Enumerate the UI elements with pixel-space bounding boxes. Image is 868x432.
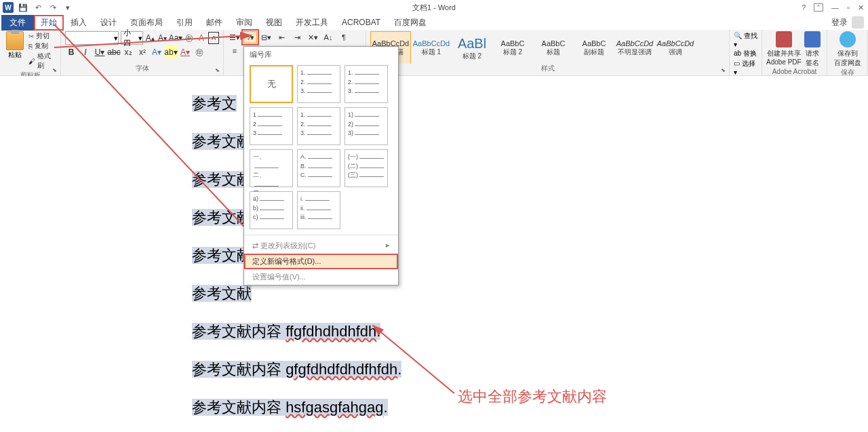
numbering-option[interactable]: 123	[250, 107, 293, 145]
highlight-button[interactable]: ab▾	[165, 46, 177, 58]
dialog-launcher-icon[interactable]: ⬊	[721, 67, 728, 74]
numbering-option[interactable]: (一)(二)(三)	[344, 149, 388, 187]
login-link[interactable]: 登录	[831, 17, 848, 28]
numbering-option-none[interactable]: 无	[250, 65, 293, 103]
group-label: Adobe Acrobat	[766, 68, 823, 76]
multilevel-button[interactable]: ⊟▾	[259, 31, 273, 43]
paste-icon[interactable]	[6, 31, 24, 50]
style-item[interactable]: AaBbCcDd不明显强调	[614, 31, 655, 64]
change-case-button[interactable]: Aa▾	[170, 32, 182, 44]
phonetic-button[interactable]: ㊥	[184, 32, 194, 44]
paste-button[interactable]: 粘贴	[8, 50, 22, 60]
tab-insert[interactable]: 插入	[64, 15, 94, 31]
annotation-text: 选中全部参考文献内容	[458, 387, 607, 407]
style-item[interactable]: AaBbCcDd强调	[655, 31, 696, 64]
tab-home[interactable]: 开始	[34, 15, 64, 31]
undo-icon[interactable]: ↶	[33, 2, 43, 13]
minimize-button[interactable]: —	[831, 3, 839, 12]
grow-font-button[interactable]: A▴	[145, 32, 155, 44]
numbering-option[interactable]: 1.2.3.	[297, 65, 340, 103]
create-share-button[interactable]: 创建并共享 Adobe PDF	[766, 31, 802, 68]
request-sign-button[interactable]: 请求 签名	[804, 31, 821, 68]
text-effects-button[interactable]: A▾	[151, 46, 163, 58]
dialog-launcher-icon[interactable]: ⬊	[215, 67, 222, 74]
tab-review[interactable]: 审阅	[229, 15, 259, 31]
bold-button[interactable]: B	[65, 46, 77, 58]
text-direction-button[interactable]: ✕▾	[306, 31, 319, 43]
qat-dropdown-icon[interactable]: ▾	[62, 2, 73, 13]
increase-indent-button[interactable]: ⇥	[290, 31, 304, 43]
font-name-combo[interactable]: ▾	[65, 31, 119, 45]
tab-references[interactable]: 引用	[170, 15, 199, 31]
shrink-font-button[interactable]: A▾	[157, 32, 167, 44]
font-color-button[interactable]: A▾	[179, 46, 191, 58]
tab-mailings[interactable]: 邮件	[199, 15, 229, 31]
numbering-button[interactable]: ⅟▾	[243, 31, 257, 43]
restore-button[interactable]: ▫	[847, 3, 850, 12]
avatar-icon[interactable]	[852, 16, 864, 28]
style-item[interactable]: AaBbC副标题	[574, 31, 614, 64]
define-new-format-item[interactable]: 定义新编号格式(D)...	[244, 254, 398, 269]
style-item[interactable]: AaBbCcDd标题 1	[411, 31, 452, 64]
group-edit: 🔍 查找▾ ab 替换 ▭ 选择▾ 编辑	[730, 30, 762, 75]
numbering-dropdown: 编号库 无1.2.3.1.2.3.1231.2.3.1)2)3)一、二、三、A.…	[243, 46, 399, 286]
dialog-launcher-icon[interactable]: ⬊	[52, 67, 59, 74]
save-baidu-button[interactable]: 保存到 百度网盘	[834, 31, 861, 68]
quick-access-toolbar: W 💾 ↶ ↷ ▾	[0, 2, 73, 13]
copy-icon: ⎘	[28, 43, 33, 50]
font-size-combo[interactable]: 小四▾	[121, 31, 143, 45]
doc-line[interactable]: 参考文献内容 ffgfdhdhdhfdh.	[192, 321, 612, 342]
title-bar: W 💾 ↶ ↷ ▾ 文档1 - Word ? ⌃ — ▫ ✕	[0, 0, 868, 15]
style-item[interactable]: AaBbC标题	[533, 31, 574, 64]
redo-icon[interactable]: ↷	[47, 2, 58, 13]
change-list-level-item: ⇄ 更改列表级别(C)▸	[244, 238, 398, 254]
style-item[interactable]: AaBbC标题 2	[492, 31, 533, 64]
strike-button[interactable]: abc	[108, 46, 120, 58]
cut-button[interactable]: ✂剪切	[28, 31, 56, 41]
numbering-option[interactable]: a)b)c)	[250, 191, 293, 229]
tab-acrobat[interactable]: ACROBAT	[335, 16, 387, 29]
find-button[interactable]: 🔍 查找▾	[734, 31, 757, 48]
save-icon[interactable]: 💾	[18, 2, 28, 13]
underline-button[interactable]: U▾	[94, 46, 106, 58]
group-label: 样式	[370, 64, 725, 74]
tab-file[interactable]: 文件	[1, 15, 34, 31]
decrease-indent-button[interactable]: ⇤	[275, 31, 288, 43]
numbering-option[interactable]: 1)2)3)	[344, 107, 388, 145]
subscript-button[interactable]: x₂	[122, 46, 134, 58]
numbering-option[interactable]: i.ii.iii.	[297, 191, 340, 229]
show-marks-button[interactable]: ¶	[337, 31, 351, 43]
doc-line[interactable]: 参考文献内容 gfgfdhdfdhdfhfdh.	[192, 359, 612, 380]
bullets-button[interactable]: ☰▾	[228, 31, 241, 43]
tab-baidu[interactable]: 百度网盘	[387, 15, 433, 31]
copy-button[interactable]: ⎘复制	[28, 41, 56, 51]
superscript-button[interactable]: x²	[136, 46, 149, 58]
numbering-option[interactable]: A.B.C.	[297, 149, 340, 187]
align-left-button[interactable]: ≡	[228, 45, 241, 57]
group-baidu: 保存到 百度网盘 保存	[827, 30, 868, 75]
sort-button[interactable]: A↓	[321, 31, 335, 43]
tab-developer[interactable]: 开发工具	[289, 15, 335, 31]
style-item[interactable]: AaBl标题 2	[452, 31, 492, 64]
clear-format-button[interactable]: A	[196, 32, 206, 44]
italic-button[interactable]: I	[79, 46, 92, 58]
numbering-option[interactable]: 1.2.3.	[297, 107, 340, 145]
enclose-char-button[interactable]: ㊞	[193, 46, 205, 58]
ribbon: 粘贴 ✂剪切 ⎘复制 🖌格式刷 剪贴板 ⬊ ▾ 小四▾ A▴ A▾ Aa▾ ㊥ …	[0, 30, 868, 76]
close-button[interactable]: ✕	[858, 3, 864, 12]
window-title: 文档1 - Word	[412, 3, 456, 13]
border-char-button[interactable]: A	[208, 32, 219, 44]
replace-button[interactable]: ab 替换	[734, 49, 757, 58]
select-button[interactable]: ▭ 选择▾	[734, 59, 757, 76]
tab-design[interactable]: 设计	[94, 15, 123, 31]
numbering-option[interactable]: 1.2.3.	[344, 65, 388, 103]
help-button[interactable]: ?	[802, 3, 806, 12]
numbering-option[interactable]: 一、二、三、	[250, 149, 293, 187]
document-area[interactable]: 参考文参考文献参考文献参考文献参考文献参考文献参考文献内容 ffgfdhdhdh…	[0, 76, 868, 432]
ribbon-toggle-icon[interactable]: ⌃	[814, 3, 823, 12]
tab-view[interactable]: 视图	[259, 15, 289, 31]
dropdown-header: 编号库	[244, 47, 398, 62]
group-font: ▾ 小四▾ A▴ A▾ Aa▾ ㊥ A A B I U▾ abc x₂ x² A…	[61, 30, 224, 75]
doc-line[interactable]: 参考文献	[192, 283, 612, 304]
set-number-value-item: 设置编号值(V)...	[244, 269, 398, 285]
